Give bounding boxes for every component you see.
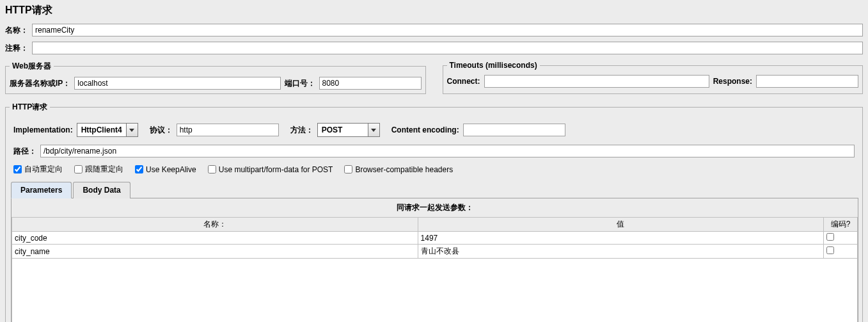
param-name-cell[interactable]: city_name [12,245,418,259]
col-name-header[interactable]: 名称： [12,218,418,232]
server-input[interactable] [74,77,280,90]
params-empty-area[interactable] [12,259,858,322]
comment-label: 注释： [5,43,28,54]
response-input[interactable] [756,75,858,88]
params-title: 同请求一起发送参数： [12,198,858,217]
webserver-legend: Web服务器 [10,61,54,72]
auto-redirect-checkbox[interactable] [13,165,22,173]
tab-body-data[interactable]: Body Data [73,182,130,198]
port-label: 端口号： [285,78,315,89]
response-label: Response: [713,77,752,86]
table-row[interactable]: city_code1497 [12,232,858,245]
content-encoding-input[interactable] [463,124,565,136]
timeouts-legend: Timeouts (milliseconds) [447,61,540,70]
encode-checkbox[interactable] [826,233,834,241]
implementation-select[interactable]: HttpClient4 [77,123,138,137]
implementation-value: HttpClient4 [77,124,126,136]
method-label: 方法： [290,125,313,136]
follow-redirect-label: 跟随重定向 [85,164,123,175]
multipart-label: Use multipart/form-data for POST [219,165,333,174]
encode-checkbox[interactable] [826,246,834,254]
connect-input[interactable] [484,75,709,88]
chevron-down-icon[interactable] [126,124,138,136]
connect-label: Connect: [447,77,480,86]
method-value: POST [318,124,368,136]
param-name-cell[interactable]: city_code [12,232,418,245]
server-label: 服务器名称或IP： [10,78,70,89]
param-encode-cell[interactable] [824,245,858,259]
table-row[interactable]: city_name青山不改县 [12,245,858,259]
multipart-checkbox[interactable] [208,165,216,173]
chevron-down-icon[interactable] [368,124,379,136]
implementation-label: Implementation: [13,125,73,134]
param-encode-cell[interactable] [824,232,858,245]
method-select[interactable]: POST [317,123,380,137]
port-input[interactable] [319,77,422,90]
name-label: 名称： [5,25,28,36]
follow-redirect-checkbox[interactable] [74,165,83,173]
param-value-cell[interactable]: 1497 [418,232,824,245]
httpreq-legend: HTTP请求 [10,102,50,113]
name-input[interactable] [32,24,863,36]
tab-parameters[interactable]: Parameters [11,182,72,198]
comment-input[interactable] [32,42,863,54]
col-encode-header[interactable]: 编码? [824,218,858,232]
param-value-cell[interactable]: 青山不改县 [418,245,824,259]
col-value-header[interactable]: 值 [418,218,824,232]
content-encoding-label: Content encoding: [391,125,459,134]
params-table: 名称： 值 编码? city_code1497city_name青山不改县 [12,217,858,259]
path-input[interactable] [40,145,855,157]
browser-headers-label: Browser-compatible headers [355,165,453,174]
browser-headers-checkbox[interactable] [344,165,352,173]
keepalive-label: Use KeepAlive [146,165,196,174]
keepalive-checkbox[interactable] [135,165,143,173]
protocol-input[interactable] [177,124,279,136]
protocol-label: 协议： [150,125,173,136]
auto-redirect-label: 自动重定向 [24,164,63,175]
path-label: 路径： [13,146,36,157]
page-title: HTTP请求 [0,0,868,21]
